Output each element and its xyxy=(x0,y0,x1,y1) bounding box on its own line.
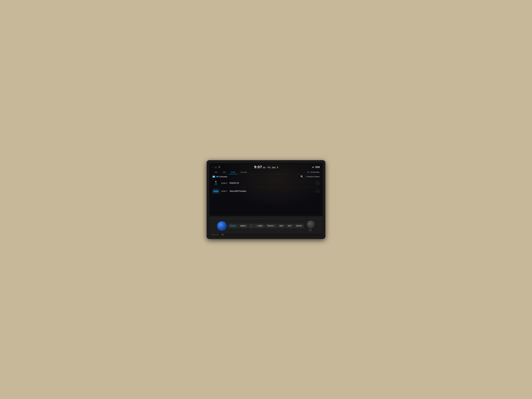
favorites-button[interactable]: ☆ xyxy=(249,224,254,228)
tune-knob[interactable] xyxy=(307,221,315,228)
sxm-logo-text: sxm xyxy=(214,183,218,185)
bottom-strip: PASSENGER OFF xyxy=(209,233,323,236)
tab-am[interactable]: AM xyxy=(221,170,228,174)
setup-button[interactable]: SETUP xyxy=(294,224,304,228)
signal-icon: ▐▐▐▐ xyxy=(315,166,320,168)
tune-wrap: TUNEFILE xyxy=(306,221,315,231)
all-channels-label: All Channels xyxy=(216,176,227,178)
nav-icons: ‹ △ ☰ xyxy=(212,166,220,168)
passenger-label: PASSENGER xyxy=(211,234,219,235)
tab-fm[interactable]: FM xyxy=(212,170,220,174)
radio-button[interactable]: RADIO xyxy=(228,224,238,228)
tune-label: TUNEFILE xyxy=(309,229,312,231)
prioritize-presets-btn[interactable]: Prioritize Presets xyxy=(307,176,320,177)
fav-plus-icon2: + xyxy=(318,191,319,193)
left-blue-knob[interactable] xyxy=(217,221,226,230)
empty-area xyxy=(210,195,322,215)
all-channels-filter[interactable]: 📁 All Channels xyxy=(212,176,227,178)
sxm0-logo: 📡 sxm xyxy=(212,181,219,185)
top-bar: ‹ △ ☰ 9:07 AM Fri, Jan. 3 🔊 ▐▐▐▐ xyxy=(210,164,322,170)
tab-bar: FM AM SXM Presets ↓ CH Number xyxy=(210,170,322,174)
media-button[interactable]: MEDIA xyxy=(238,224,248,228)
screen: ‹ △ ☰ 9:07 AM Fri, Jan. 3 🔊 ▐▐▐▐ FM AM xyxy=(210,164,322,215)
fav-plus-icon: + xyxy=(318,184,319,185)
sxm1-number: SXM 1 xyxy=(221,190,228,192)
sxm0-name: RADIO ID xyxy=(230,182,314,184)
sxm1-name: SiriusXM Preview xyxy=(230,190,314,192)
folder-icon: 📁 xyxy=(212,176,215,178)
sxm0-number: SXM 0 xyxy=(221,182,228,184)
time: 9:07 xyxy=(254,165,262,169)
nav-button[interactable]: NAV xyxy=(286,224,293,228)
filter-right: 🔍 Prioritize Presets xyxy=(300,175,320,178)
home-icon[interactable]: △ xyxy=(215,166,216,168)
search-icon[interactable]: 🔍 xyxy=(300,175,303,178)
sxm1-favorite-btn[interactable]: ☆ + xyxy=(315,189,320,193)
screen-bezel: ‹ △ ☰ 9:07 AM Fri, Jan. 3 🔊 ▐▐▐▐ FM AM xyxy=(209,163,323,216)
channel-row-sxm1[interactable]: SIRIUSXM PREVIEW SXM 1 SiriusXM Preview … xyxy=(210,187,322,195)
time-display: 9:07 AM Fri, Jan. 3 xyxy=(220,165,312,169)
back-icon[interactable]: ‹ xyxy=(212,166,213,168)
track-button[interactable]: TRACK > xyxy=(265,224,277,228)
date: Fri, Jan. 3 xyxy=(268,166,278,169)
ch-number-label: ↓ CH Number xyxy=(309,171,320,173)
sirius-text: SIRIUSXM xyxy=(214,190,218,191)
map-button[interactable]: MAP xyxy=(278,224,285,228)
tab-presets[interactable]: Presets xyxy=(238,170,249,174)
car-frame: ‹ △ ☰ 9:07 AM Fri, Jan. 3 🔊 ▐▐▐▐ FM AM xyxy=(207,160,325,239)
status-icons: 🔊 ▐▐▐▐ xyxy=(312,166,320,168)
bluetooth-icon: 🔊 xyxy=(312,166,314,168)
ampm: AM xyxy=(263,166,266,169)
ch-dot xyxy=(308,171,309,173)
preview-badge: PREVIEW xyxy=(213,191,218,192)
menu-icon[interactable]: ☰ xyxy=(218,166,220,168)
sxm0-favorite-btn[interactable]: ☆ + xyxy=(315,181,320,185)
seek-back-button[interactable]: < SEEK xyxy=(254,224,265,228)
passenger-value: OFF xyxy=(222,234,224,235)
ch-number-sort[interactable]: ↓ CH Number xyxy=(308,171,320,173)
sxm-wifi-icon: 📡 xyxy=(215,181,217,183)
sxm1-logo: SIRIUSXM PREVIEW xyxy=(212,189,219,194)
channel-list: 📡 sxm SXM 0 RADIO ID ☆ + SIRIUSXM PRE xyxy=(210,179,322,215)
channel-row-sxm0[interactable]: 📡 sxm SXM 0 RADIO ID ☆ + xyxy=(210,179,322,187)
physical-buttons-row: RADIO MEDIA ☆ < SEEK TRACK > MAP NAV SET… xyxy=(209,218,323,233)
filter-bar: 📁 All Channels 🔍 Prioritize Presets xyxy=(210,174,322,179)
tab-sxm[interactable]: SXM xyxy=(229,170,237,174)
